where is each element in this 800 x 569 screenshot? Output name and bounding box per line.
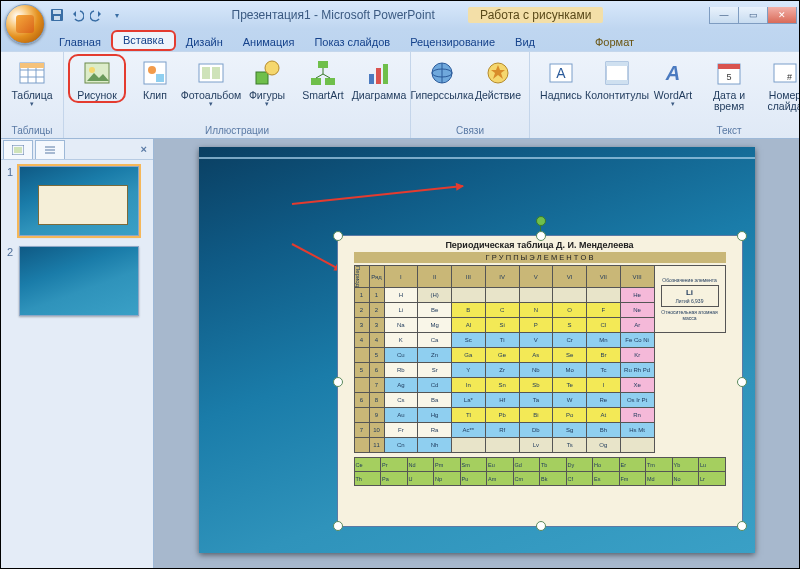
tab-вид[interactable]: Вид <box>505 34 545 51</box>
resize-handle[interactable] <box>333 377 343 387</box>
button-label: Действие <box>475 90 521 101</box>
resize-handle[interactable] <box>536 231 546 241</box>
tab-рецензирование[interactable]: Рецензирование <box>400 34 505 51</box>
undo-icon[interactable] <box>69 7 85 23</box>
svg-text:A: A <box>665 62 680 84</box>
button-label: SmartArt <box>302 90 343 101</box>
smartart-button[interactable]: SmartArt <box>296 54 350 101</box>
svg-rect-35 <box>606 62 628 66</box>
datetime-button[interactable]: 5Дата и время <box>702 54 756 112</box>
svg-rect-20 <box>311 78 321 85</box>
close-button[interactable]: ✕ <box>767 7 797 24</box>
resize-handle[interactable] <box>737 231 747 241</box>
svg-point-18 <box>265 61 279 75</box>
group-label: Текст <box>716 124 741 138</box>
slide-canvas[interactable]: Периодическая таблица Д. И. Менделеева Г… <box>199 147 755 553</box>
shapes-button[interactable]: Фигуры▾ <box>240 54 294 108</box>
svg-line-24 <box>323 74 330 78</box>
wordart-icon: A <box>658 58 688 88</box>
resize-handle[interactable] <box>333 231 343 241</box>
thumbnail-row: 2 <box>7 246 147 316</box>
tab-формат[interactable]: Формат <box>585 34 644 51</box>
shapes-icon <box>252 58 282 88</box>
photo-album-button[interactable]: Фотоальбом▾ <box>184 54 238 108</box>
button-label: Рисунок <box>77 90 117 101</box>
hyperlink-icon <box>427 58 457 88</box>
wordart-button[interactable]: AWordArt▾ <box>646 54 700 108</box>
chart-button[interactable]: Диаграмма <box>352 54 406 101</box>
svg-point-12 <box>148 66 156 74</box>
button-label: Диаграмма <box>352 90 407 101</box>
button-label: Колонтитулы <box>585 90 649 101</box>
outline-tab-icon[interactable] <box>35 140 65 159</box>
tab-показ слайдов[interactable]: Показ слайдов <box>304 34 400 51</box>
header-footer-button[interactable]: Колонтитулы <box>590 54 644 101</box>
window-title: Презентация1 - Microsoft PowerPoint Рабо… <box>125 7 710 23</box>
slide-thumbnail[interactable] <box>19 246 139 316</box>
slide-number-icon: # <box>770 58 800 88</box>
f-block-table: CePrNdPmSmEuGdTbDyHoErTmYbLuThPaUNpPuAmC… <box>354 457 726 486</box>
slide-thumbnail[interactable] <box>19 166 139 236</box>
app-name: Microsoft PowerPoint <box>321 8 434 22</box>
svg-rect-1 <box>53 10 61 14</box>
dropdown-indicator-icon: ▾ <box>265 100 269 108</box>
office-button[interactable] <box>5 4 45 44</box>
svg-rect-16 <box>212 67 220 79</box>
tab-дизайн[interactable]: Дизайн <box>176 34 233 51</box>
resize-handle[interactable] <box>737 521 747 531</box>
periodic-groups-label: Г Р У П П Ы Э Л Е М Е Н Т О В <box>354 252 726 263</box>
action-button[interactable]: Действие <box>471 54 525 101</box>
svg-rect-13 <box>156 74 164 82</box>
svg-rect-19 <box>318 61 328 68</box>
tab-вставка[interactable]: Вставка <box>111 30 176 51</box>
title-bar: ▾ Презентация1 - Microsoft PowerPoint Ра… <box>1 1 799 29</box>
textbox-button[interactable]: AНадпись <box>534 54 588 101</box>
table-button[interactable]: Таблица▾ <box>5 54 59 108</box>
panel-tabs: × <box>1 139 153 160</box>
inserted-picture[interactable]: Периодическая таблица Д. И. Менделеева Г… <box>337 235 743 527</box>
slides-panel: × 12 <box>1 139 154 569</box>
redo-icon[interactable] <box>89 7 105 23</box>
svg-text:A: A <box>556 65 566 81</box>
ribbon-tabs: ГлавнаяВставкаДизайнАнимацияПоказ слайдо… <box>1 29 799 51</box>
tab-главная[interactable]: Главная <box>49 34 111 51</box>
clip-button[interactable]: Клип <box>128 54 182 101</box>
svg-rect-27 <box>383 64 388 84</box>
slide-number-button[interactable]: #Номер слайда <box>758 54 800 112</box>
svg-rect-15 <box>202 67 210 79</box>
tab-анимация[interactable]: Анимация <box>233 34 305 51</box>
ribbon-group: Таблица▾Таблицы <box>1 52 64 138</box>
svg-rect-41 <box>774 64 796 82</box>
svg-rect-36 <box>606 80 628 84</box>
ribbon: Таблица▾ТаблицыРисунокКлипФотоальбом▾Фиг… <box>1 51 799 139</box>
rotate-handle[interactable] <box>536 216 546 226</box>
hyperlink-button[interactable]: Гиперссылка <box>415 54 469 101</box>
svg-line-23 <box>316 74 323 78</box>
svg-text:#: # <box>787 72 792 82</box>
picture-button[interactable]: Рисунок <box>68 54 126 103</box>
panel-close-button[interactable]: × <box>141 143 147 155</box>
group-label: Таблицы <box>12 124 53 138</box>
resize-handle[interactable] <box>536 521 546 531</box>
textbox-icon: A <box>546 58 576 88</box>
smartart-icon <box>308 58 338 88</box>
resize-handle[interactable] <box>333 521 343 531</box>
photo-album-icon <box>196 58 226 88</box>
quick-access-toolbar: ▾ <box>49 7 125 23</box>
ribbon-group: ГиперссылкаДействиеСвязи <box>411 52 530 138</box>
resize-handle[interactable] <box>737 377 747 387</box>
dropdown-indicator-icon: ▾ <box>30 100 34 108</box>
qat-customize-icon[interactable]: ▾ <box>109 7 125 23</box>
svg-rect-26 <box>376 68 381 84</box>
thumbnail-number: 1 <box>7 166 19 178</box>
save-icon[interactable] <box>49 7 65 23</box>
maximize-button[interactable]: ▭ <box>738 7 768 24</box>
button-label: Дата и время <box>713 90 745 112</box>
minimize-button[interactable]: — <box>709 7 739 24</box>
table-icon <box>17 58 47 88</box>
button-label: Гиперссылка <box>410 90 473 101</box>
slides-tab-icon[interactable] <box>3 140 33 159</box>
contextual-tab-group-label: Работа с рисунками <box>468 7 603 23</box>
group-label: Иллюстрации <box>205 124 269 138</box>
periodic-table: ПериодРядIIIIIIIVVVIVIIVIIIОбозначение э… <box>354 265 726 453</box>
